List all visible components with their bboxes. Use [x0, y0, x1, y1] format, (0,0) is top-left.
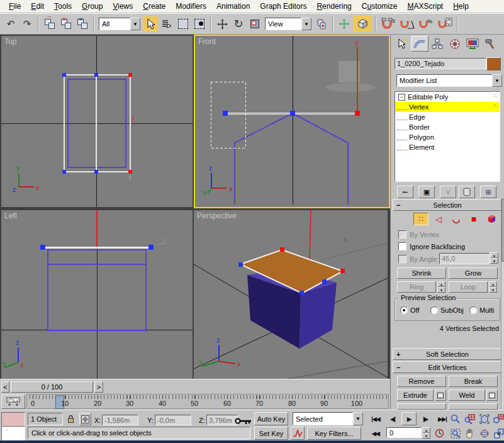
time-slider-button[interactable]: 0 / 100	[11, 381, 93, 393]
time-slider-prev-icon[interactable]: <	[1, 381, 9, 393]
viewport-perspective-label[interactable]: Perspective	[197, 211, 237, 220]
key-icon[interactable]	[234, 415, 252, 427]
maxscript-mini-listener-pink[interactable]	[1, 412, 25, 427]
viewport-front-label[interactable]: Front	[198, 37, 216, 46]
select-and-link-icon[interactable]: ⌒	[42, 16, 57, 31]
zoom-extents-icon[interactable]	[477, 412, 491, 425]
modifier-list-dropdown[interactable]: Modifier List ▼	[396, 74, 502, 87]
maxscript-mini-listener-white[interactable]: '	[1, 426, 25, 440]
tab-hierarchy[interactable]	[428, 36, 446, 52]
tab-display[interactable]	[464, 36, 481, 52]
zoom-all-icon[interactable]	[462, 412, 477, 425]
menu-views[interactable]: Views	[108, 1, 138, 12]
viewport-left[interactable]: Left z z y x	[1, 210, 193, 379]
by-vertex-checkbox[interactable]	[398, 230, 406, 238]
zoom-extents-all-icon[interactable]	[491, 412, 504, 425]
stack-item-element[interactable]: Element	[395, 142, 500, 152]
configure-modifier-sets-button[interactable]: ⊞	[480, 186, 496, 198]
remove-button[interactable]: Remove	[397, 376, 446, 387]
spinner-up-icon[interactable]: ▴	[437, 281, 445, 287]
absolute-mode-toggle[interactable]	[79, 413, 91, 425]
loop-spinner[interactable]: ▴▾	[489, 281, 497, 293]
snaps-toggle-icon[interactable]	[353, 16, 372, 32]
preview-off-radio[interactable]: Off	[400, 306, 419, 314]
menu-rendering[interactable]: Rendering	[311, 1, 356, 12]
menu-maxscript[interactable]: MAXScript	[403, 1, 449, 12]
use-pivot-point-center-icon[interactable]	[314, 16, 329, 31]
pin-stack-button[interactable]: ⊸	[397, 186, 413, 198]
time-slider-track[interactable]: < 0 / 100 >	[0, 379, 390, 394]
play-button-icon[interactable]: ▶	[401, 412, 417, 425]
chamfer-button-clipped[interactable]	[397, 403, 446, 410]
menu-animation[interactable]: Animation	[211, 1, 255, 12]
menu-create[interactable]: Create	[138, 1, 171, 12]
panel-scrollbar-thumb[interactable]	[501, 199, 504, 262]
spinner-down-icon[interactable]: ▾	[437, 287, 445, 293]
dropdown-arrow-icon[interactable]: ▼	[492, 74, 502, 87]
key-filters-button[interactable]: Key Filters...	[307, 427, 361, 440]
by-angle-checkbox[interactable]	[398, 255, 406, 263]
viewport-top-label[interactable]: Top	[4, 37, 16, 46]
target-weld-button-clipped[interactable]	[449, 403, 498, 410]
break-button[interactable]: Break	[449, 376, 498, 387]
z-coordinate-field[interactable]: 3,796m	[206, 415, 238, 425]
auto-key-button[interactable]: Auto Key	[254, 412, 288, 425]
tab-motion[interactable]	[446, 36, 464, 52]
remove-modifier-button[interactable]	[459, 186, 475, 198]
region-zoom-icon[interactable]	[448, 427, 462, 440]
edge-subobject-button[interactable]: ◁	[431, 213, 446, 225]
angle-snap-toggle-icon[interactable]	[398, 16, 416, 31]
rectangular-selection-region-icon[interactable]	[176, 16, 191, 31]
shrink-button[interactable]: Shrink	[397, 267, 446, 279]
viewport-front[interactable]: Front y z z x	[194, 35, 390, 208]
menu-help[interactable]: Help	[448, 1, 474, 12]
key-mode-toggle-icon[interactable]: ◀◀	[367, 427, 384, 440]
spinner-snap-toggle-icon[interactable]	[436, 16, 454, 31]
extrude-settings-button[interactable]	[435, 390, 446, 401]
dropdown-arrow-icon[interactable]: ▼	[130, 18, 140, 30]
viewport-perspective[interactable]: Perspective x	[194, 210, 388, 379]
menu-modifiers[interactable]: Modifiers	[171, 1, 211, 12]
pan-hand-icon[interactable]	[462, 427, 477, 440]
preview-subobj-radio[interactable]: SubObj	[430, 306, 464, 314]
selection-filter-dropdown[interactable]: All ▼	[99, 18, 140, 30]
time-configuration-icon[interactable]	[433, 427, 445, 440]
menu-group[interactable]: Group	[77, 1, 108, 12]
soft-selection-rollout-header[interactable]: + Soft Selection	[393, 348, 502, 360]
select-and-move-icon[interactable]	[215, 16, 230, 31]
spinner-up-icon[interactable]: ▴	[489, 281, 497, 287]
collapse-icon[interactable]: −	[398, 94, 405, 101]
key-filter-dropdown[interactable]: Selected ▼	[293, 412, 363, 425]
menu-customize[interactable]: Customize	[357, 1, 403, 12]
maximize-viewport-toggle-icon[interactable]	[491, 427, 504, 440]
spinner-down-icon[interactable]: ▾	[422, 433, 430, 439]
menu-edit[interactable]: Edit	[26, 1, 49, 12]
redo-icon[interactable]: ↷	[20, 16, 35, 31]
border-subobject-button[interactable]: ◡	[449, 213, 464, 225]
frame-spinner[interactable]: ▴▾	[422, 427, 430, 438]
select-by-name-icon[interactable]	[159, 16, 174, 31]
menu-file[interactable]: File	[4, 1, 26, 12]
preview-multi-radio[interactable]: Multi	[469, 306, 494, 314]
menu-tools[interactable]: Tools	[49, 1, 77, 12]
undo-icon[interactable]: ↶	[3, 16, 18, 31]
percent-snap-toggle-icon[interactable]: %	[417, 16, 435, 31]
x-coordinate-field[interactable]: -1,586m	[102, 415, 138, 425]
open-mini-curve-editor-button[interactable]	[1, 395, 25, 409]
select-and-manipulate-icon[interactable]	[337, 16, 352, 31]
set-key-mode-button[interactable]	[291, 427, 305, 440]
spinner-up-icon[interactable]: ▴	[490, 252, 498, 258]
object-name-field[interactable]	[395, 58, 486, 69]
loop-button[interactable]: Loop	[449, 281, 488, 293]
object-color-swatch[interactable]	[486, 57, 501, 70]
window-crossing-icon[interactable]	[192, 16, 207, 31]
stack-item-polygon[interactable]: Polygon	[395, 132, 500, 142]
panel-scrollbar[interactable]	[501, 199, 504, 409]
select-and-scale-icon[interactable]	[247, 16, 262, 31]
y-coordinate-field[interactable]: -0,0m	[155, 415, 191, 425]
weld-button[interactable]: Weld	[449, 390, 485, 401]
extrude-button[interactable]: Extrude	[397, 390, 434, 401]
stack-item-vertex[interactable]: Vertex ∴	[395, 102, 500, 112]
set-key-button[interactable]: Set Key	[254, 427, 288, 440]
time-slider-next-icon[interactable]: >	[94, 381, 103, 393]
